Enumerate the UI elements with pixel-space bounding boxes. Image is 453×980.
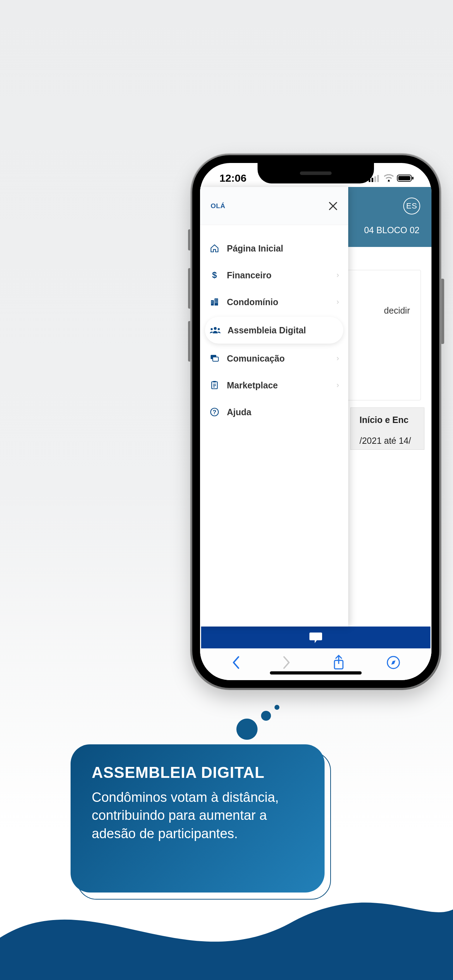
phone-notch [257,163,374,183]
battery-icon [397,174,414,182]
menu-item-label: Página Inicial [227,243,339,254]
status-indicators [369,174,414,182]
caption-title: ASSEMBLEIA DIGITAL [92,764,304,781]
svg-rect-1 [372,178,373,182]
menu-item-label: Comunicação [227,353,329,364]
help-icon: ? [209,407,220,417]
svg-rect-7 [412,177,413,180]
svg-rect-6 [398,176,410,180]
compass-button[interactable] [386,655,401,670]
bubble-trail-dot [261,711,271,721]
date-box-title: Início e Enc [359,415,415,425]
chevron-right-icon: › [337,381,339,390]
svg-text:?: ? [213,409,216,415]
clipboard-icon [209,381,220,390]
svg-point-25 [211,328,213,330]
card-text-fragment: decidir [384,305,410,316]
menu-item-chat[interactable]: Comunicação› [200,345,348,372]
svg-rect-23 [217,302,217,303]
menu-item-buildings[interactable]: Condomínio› [200,289,348,315]
menu-item-dollar[interactable]: $Financeiro› [200,262,348,289]
es-badge[interactable]: ES [403,197,420,215]
menu-item-label: Assembleia Digital [227,325,339,336]
menu-item-label: Marketplace [227,380,329,391]
phone-frame: 12:06 ES 04 BLOCO 02 decidir Início e En… [192,155,439,688]
chevron-right-icon: › [337,270,339,280]
bubble-trail-dot [275,705,280,710]
wifi-icon [383,174,394,182]
svg-rect-3 [377,175,379,182]
svg-rect-18 [215,299,216,300]
drawer-menu: Página Inicial$Financeiro›Condomínio›Ass… [200,225,348,425]
home-indicator[interactable] [270,671,362,675]
date-box-dates: /2021 até 14/ [359,436,415,446]
es-badge-label: ES [406,201,417,211]
close-button[interactable] [329,201,338,211]
browser-toolbar [200,648,431,680]
chat-icon [309,631,323,644]
phone-screen: 12:06 ES 04 BLOCO 02 decidir Início e En… [200,163,431,680]
phone-speaker [300,172,332,175]
menu-item-label: Ajuda [227,407,339,417]
svg-rect-19 [217,299,217,300]
dollar-icon: $ [209,270,220,280]
menu-item-home[interactable]: Página Inicial [200,235,348,262]
svg-text:$: $ [212,270,217,280]
menu-item-help[interactable]: ?Ajuda [200,399,348,425]
bubble-trail-dot [236,719,257,740]
svg-point-26 [218,328,220,330]
home-icon [209,244,220,253]
close-icon [329,201,338,211]
chevron-right-icon: › [337,298,339,307]
share-button[interactable] [332,655,345,670]
menu-item-people[interactable]: Assembleia Digital [205,317,343,344]
svg-rect-28 [213,357,218,361]
caption-bubble: ASSEMBLEIA DIGITAL Condôminos votam à di… [71,745,324,892]
drawer-greeting: OLÁ [211,202,226,210]
svg-rect-16 [212,301,212,302]
menu-item-label: Financeiro [227,270,329,280]
drawer-header: OLÁ [200,187,348,225]
menu-item-clipboard[interactable]: Marketplace› [200,372,348,399]
svg-rect-30 [213,381,216,382]
people-icon [210,326,221,334]
back-button[interactable] [231,655,241,670]
chat-bar[interactable] [201,627,431,648]
chevron-right-icon: › [337,354,339,363]
svg-rect-21 [217,301,217,302]
svg-rect-2 [374,177,376,182]
date-box: Início e Enc /2021 até 14/ [350,407,424,450]
svg-rect-15 [215,298,218,305]
header-subtitle: 04 BLOCO 02 [364,225,420,235]
forward-button[interactable] [282,655,291,670]
caption-text: Condôminos votam à distância, contribuin… [92,788,304,843]
svg-point-4 [388,180,390,182]
chat-icon [209,354,220,363]
status-time: 12:06 [219,172,246,184]
svg-rect-20 [215,301,216,302]
svg-rect-17 [212,303,212,303]
navigation-drawer: OLÁ Página Inicial$Financeiro›Condomínio… [200,187,348,627]
menu-item-label: Condomínio [227,297,329,307]
svg-point-24 [214,327,217,330]
svg-rect-22 [215,302,216,303]
buildings-icon [209,298,220,307]
